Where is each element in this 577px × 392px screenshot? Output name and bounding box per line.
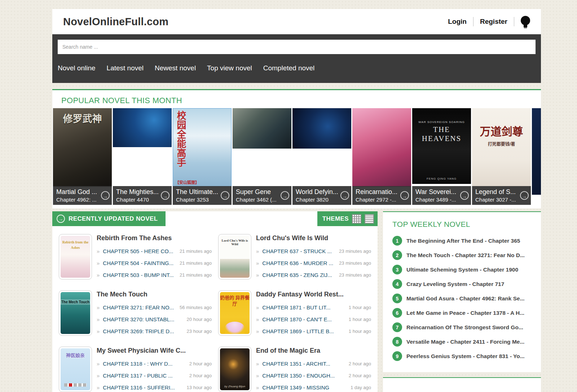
- header-spacer: [166, 211, 317, 226]
- carousel-item[interactable]: 修罗武神 Martial God ... Chapter 4962: ... →: [53, 108, 112, 205]
- novel-cover-image: [532, 108, 541, 195]
- novel-cover[interactable]: The Mech Touch: [59, 290, 92, 336]
- chapter-link[interactable]: CHAPTER 3269: TRIPLE D...: [103, 328, 174, 334]
- novel-title[interactable]: The Mech Touch: [97, 291, 212, 298]
- novel-cover[interactable]: 奶爸的 异界餐厅: [218, 290, 251, 336]
- novel-title: World Defyin...: [296, 188, 338, 196]
- chevron-right-icon: »: [97, 272, 100, 278]
- chapter-link[interactable]: CHAPTER 505 - HERE CO...: [103, 248, 173, 254]
- themes-controls: THEMES: [317, 211, 378, 226]
- carousel-item[interactable]: Super Gene Chapter 3462 (... →: [233, 108, 291, 205]
- chevron-right-icon: »: [97, 248, 100, 254]
- novel-title[interactable]: Daddy Fantasy World Rest...: [256, 291, 371, 298]
- weekly-rank-row[interactable]: 2 The Mech Touch - Chapter 3271: Fear No…: [392, 250, 535, 260]
- weekly-novel-link[interactable]: Crazy Leveling System - Chapter 717: [406, 281, 504, 287]
- weekly-rank-row[interactable]: 3 Ultimate Scheming System - Chapter 190…: [392, 265, 535, 274]
- nav-latest-novel[interactable]: Latest novel: [107, 64, 144, 72]
- weekly-rank-row[interactable]: 7 Reincarnation Of The Strongest Sword G…: [392, 322, 535, 332]
- weekly-rank-row[interactable]: 4 Crazy Leveling System - Chapter 717: [392, 279, 535, 289]
- carousel-item[interactable]: 校园全能高手 【安山狐狸】 The Ultimate... Chapter 32…: [173, 108, 232, 205]
- carousel-caption: Legend of S... Chapter 3027 -... →: [472, 186, 531, 205]
- chapter-time: 1 hour ago: [346, 329, 371, 334]
- nav-newest-novel[interactable]: Newest novel: [155, 64, 196, 72]
- carousel-item[interactable]: World Defyin... Chapter 3820 →: [292, 108, 351, 205]
- weekly-novel-link[interactable]: The Beginning After The End - Chapter 36…: [406, 238, 520, 244]
- novel-title[interactable]: My Sweet Physician Wife C...: [97, 347, 212, 354]
- arrow-circle-icon[interactable]: →: [460, 191, 469, 200]
- weekly-novel-link[interactable]: Reincarnation Of The Strongest Sword Go.…: [406, 324, 523, 331]
- chapter-link[interactable]: CHAPTER 1350 - ENOUGH...: [262, 373, 335, 379]
- novel-title[interactable]: Rebirth From The Ashes: [97, 234, 212, 242]
- weekly-rank-row[interactable]: 8 Versatile Mage - Chapter 2411 - Forcin…: [392, 337, 535, 347]
- arrow-circle-icon[interactable]: →: [520, 191, 529, 200]
- chapter-link[interactable]: CHAPTER 1871 - BUT LIT...: [262, 304, 330, 310]
- register-link[interactable]: Register: [480, 18, 507, 26]
- arrow-circle-icon[interactable]: →: [340, 191, 349, 200]
- nav-novel-online[interactable]: Novel online: [58, 64, 96, 72]
- login-link[interactable]: Login: [448, 18, 467, 26]
- list-view-icon[interactable]: [365, 214, 374, 224]
- novel-cover-image: [352, 108, 411, 187]
- chapter-link[interactable]: CHAPTER 1316 - SUFFERI...: [103, 384, 175, 391]
- weekly-rank-row[interactable]: 9 Peerless Genius System - Chapter 831 -…: [392, 351, 535, 361]
- chapter-link[interactable]: CHAPTER 1349 - MISSING: [262, 384, 329, 391]
- novel-cover[interactable]: by Zhuang Bijun: [218, 347, 251, 392]
- grid-view-icon[interactable]: [352, 214, 361, 224]
- arrow-circle-icon[interactable]: →: [221, 191, 229, 200]
- top-weekly-section: TOP WEEKLY NOVEL 1 The Beginning After T…: [383, 211, 541, 372]
- arrow-circle-icon[interactable]: →: [281, 191, 289, 200]
- novel-title: Legend of S...: [475, 188, 518, 196]
- weekly-rank-row[interactable]: 1 The Beginning After The End - Chapter …: [392, 236, 535, 246]
- novel-title[interactable]: Lord Chu's Wife Is Wild: [256, 234, 371, 242]
- novel-cover[interactable]: 神医娘亲: [59, 347, 92, 392]
- search-input[interactable]: [58, 40, 536, 54]
- chapter-link[interactable]: CHAPTER 504 - FAINTING...: [103, 260, 173, 266]
- weekly-rank-row[interactable]: 5 Martial God Asura - Chapter 4962: Rank…: [392, 294, 535, 303]
- chapter-time: 1 hour ago: [346, 305, 371, 310]
- cover-art-text: Lord Chu's Wife is Wild: [220, 236, 250, 246]
- chapter-link[interactable]: CHAPTER 1318 - : WHY D...: [103, 361, 172, 367]
- nav-top-view-novel[interactable]: Top view novel: [207, 64, 252, 72]
- chevron-right-icon: »: [97, 328, 100, 334]
- chapter-link[interactable]: CHAPTER 635 - ZENG ZIJ...: [262, 272, 332, 278]
- chapter-link[interactable]: CHAPTER 1870 - CAN'T E...: [262, 316, 332, 322]
- card-body: End of the Magic Era » CHAPTER 1351 - AR…: [256, 347, 371, 392]
- arrow-circle-icon[interactable]: →: [161, 191, 169, 200]
- chapter-time: 2 hour ago: [186, 373, 212, 378]
- carousel-item[interactable]: 万道剑尊 打死都要钱/著 Legend of S... Chapter 3027…: [472, 108, 531, 205]
- weekly-novel-link[interactable]: Peerless Genius System - Chapter 831 - Y…: [406, 353, 525, 360]
- chapter-time: 2 hour ago: [346, 361, 371, 366]
- weekly-rank-row[interactable]: 6 Let Me Game in Peace - Chapter 1378 - …: [392, 308, 535, 318]
- weekly-novel-link[interactable]: Martial God Asura - Chapter 4962: Rank S…: [406, 295, 525, 302]
- weekly-novel-link[interactable]: The Mech Touch - Chapter 3271: Fear No D…: [406, 252, 525, 259]
- chapter-link[interactable]: CHAPTER 3271: FEAR NO...: [103, 304, 174, 310]
- chapter-link[interactable]: CHAPTER 503 - BUMP INT...: [103, 272, 173, 278]
- arrow-circle-icon[interactable]: →: [101, 191, 110, 200]
- carousel-item[interactable]: The Mighties... Chapter 4470 →: [113, 108, 172, 205]
- chapter-row: » CHAPTER 504 - FAINTING... 21 minutes a…: [97, 257, 212, 269]
- chapter-link[interactable]: CHAPTER 1869 - LITTLE B...: [262, 328, 334, 334]
- nav-completed-novel[interactable]: Completed novel: [263, 64, 315, 72]
- chapter-time: 23 minutes ago: [336, 248, 371, 254]
- novel-cover[interactable]: Lord Chu's Wife is Wild: [218, 234, 251, 279]
- carousel-item-partial[interactable]: [532, 108, 541, 205]
- cover-art-text: The Mech Touch: [61, 299, 90, 305]
- novel-title[interactable]: End of the Magic Era: [256, 347, 371, 354]
- chapter-link[interactable]: CHAPTER 636 - MURDER ...: [262, 260, 333, 266]
- novel-title: Reincarnatio...: [356, 188, 398, 196]
- chapter-link[interactable]: CHAPTER 1317 - PUBLIC ...: [103, 373, 172, 379]
- carousel-item[interactable]: WAR SOVEREIGN SOARING THE HEAVENS FENG Q…: [412, 108, 471, 205]
- card-body: The Mech Touch » CHAPTER 3271: FEAR NO..…: [97, 290, 212, 337]
- chapter-link[interactable]: CHAPTER 1351 - ARCHIT...: [262, 361, 330, 367]
- arrow-circle-icon[interactable]: →: [400, 191, 409, 200]
- weekly-novel-link[interactable]: Let Me Game in Peace - Chapter 1378 - A …: [406, 310, 524, 316]
- novel-cover-image: Rebirth from the Ashes: [61, 236, 90, 278]
- carousel-item[interactable]: Reincarnatio... Chapter 2972 -... →: [352, 108, 411, 205]
- chapter-link[interactable]: CHAPTER 3270: UNSTABL...: [103, 316, 174, 322]
- chapter-row: » CHAPTER 635 - ZENG ZIJ... 23 minutes a…: [256, 269, 371, 281]
- lightbulb-icon[interactable]: [521, 16, 530, 25]
- weekly-novel-link[interactable]: Versatile Mage - Chapter 2411 - Forcing …: [406, 339, 524, 345]
- weekly-novel-link[interactable]: Ultimate Scheming System - Chapter 1900: [406, 267, 518, 273]
- novel-cover[interactable]: Rebirth from the Ashes: [59, 234, 92, 279]
- chapter-link[interactable]: CHAPTER 637 - STRUCK ...: [262, 248, 332, 254]
